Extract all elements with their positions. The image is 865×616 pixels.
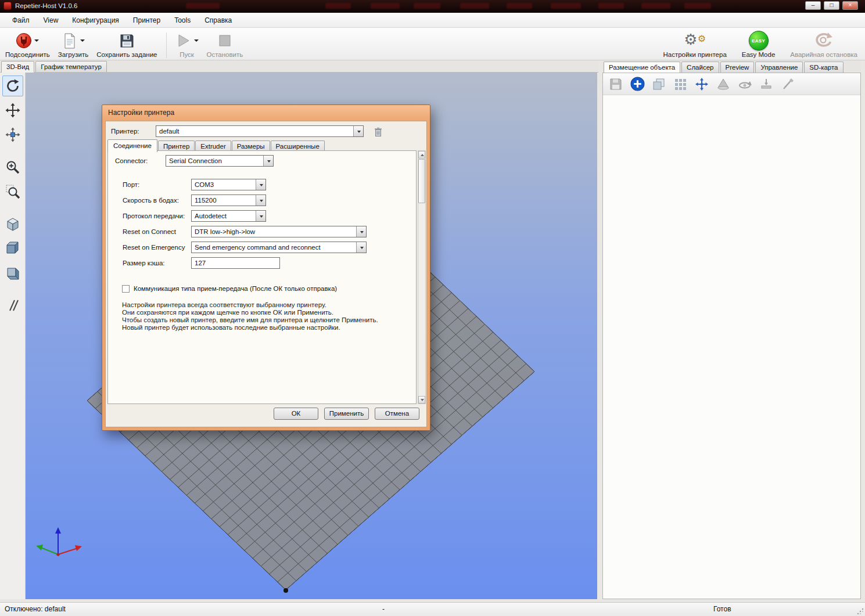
baud-label: Скорость в бодах:: [123, 197, 179, 204]
connect-dropdown-icon[interactable]: [34, 39, 39, 44]
taskbar-artifact: [460, 3, 489, 9]
dialog-scrollbar[interactable]: [418, 150, 426, 404]
connector-combo[interactable]: Serial Connection: [166, 155, 274, 167]
delete-printer-button[interactable]: [372, 125, 385, 138]
iso-cube-icon: [5, 216, 21, 232]
minimize-button[interactable]: –: [805, 1, 821, 10]
right-panel: Размещение объекта Слайсер Preview Управ…: [602, 60, 861, 599]
copy-object-icon[interactable]: [651, 76, 667, 92]
stop-button[interactable]: Остановить: [204, 30, 246, 59]
cache-size-input[interactable]: 127: [191, 257, 280, 269]
menu-printer[interactable]: Принтер: [127, 14, 167, 27]
emergency-stop-button[interactable]: Аварийная остановка: [787, 30, 860, 59]
window-controls: – □ ×: [805, 1, 858, 10]
load-dropdown-icon[interactable]: [80, 39, 85, 44]
scale-object-icon[interactable]: [715, 76, 731, 92]
save-job-button[interactable]: Сохранить задание: [94, 30, 160, 59]
play-icon: [175, 33, 192, 49]
ready-status: Готов: [713, 605, 731, 613]
tab-sd-card[interactable]: SD-карта: [804, 62, 843, 73]
iso-view-button[interactable]: [2, 214, 23, 235]
rotate-view-icon: [5, 78, 21, 94]
menu-view[interactable]: View: [37, 14, 65, 27]
trash-icon: [374, 127, 382, 137]
bed-origin-dot: [283, 588, 288, 593]
cache-size-label: Размер кэша:: [123, 260, 165, 266]
top-view-button[interactable]: [2, 262, 23, 283]
title-bar: Repetier-Host V1.0.6 – □ ×: [0, 0, 865, 13]
cancel-button[interactable]: Отмена: [375, 408, 419, 420]
view-tool-column: [0, 73, 26, 599]
floppy-icon: [119, 33, 135, 49]
connector-label: Connector:: [115, 157, 148, 164]
start-dropdown-icon[interactable]: [194, 39, 199, 44]
zoom-region-button[interactable]: [2, 181, 23, 202]
menu-file[interactable]: Файл: [6, 14, 36, 27]
taskbar-artifact: [186, 3, 220, 9]
ping-pong-label: Коммуникация типа прием-передача (После …: [134, 285, 337, 292]
connection-tab-panel: Connector: Serial Connection Порт: COM3 …: [107, 150, 417, 404]
taskbar-artifact: [641, 3, 670, 9]
protocol-label: Протокол передачи:: [123, 212, 185, 219]
port-combo[interactable]: COM3: [191, 179, 266, 190]
center-object-icon[interactable]: [694, 76, 710, 92]
emergency-stop-icon: [813, 33, 834, 49]
port-label: Порт:: [123, 181, 139, 188]
load-button[interactable]: Загрузить: [55, 30, 92, 59]
protocol-combo[interactable]: Autodetect: [191, 210, 266, 222]
menu-bar: Файл View Конфигурация Принтер Tools Спр…: [0, 13, 865, 28]
viewport-tab-strip: 3D-Вид График температур: [0, 60, 598, 73]
ping-pong-checkbox[interactable]: [122, 285, 130, 293]
printer-combo[interactable]: default: [156, 125, 364, 137]
measure-icon[interactable]: [780, 76, 796, 92]
taskbar-artifact: [551, 3, 581, 9]
tab-preview[interactable]: Preview: [720, 62, 755, 73]
rotate-object-icon[interactable]: [737, 76, 753, 92]
move-object-icon: [5, 127, 20, 142]
reset-on-emergency-combo[interactable]: Send emergency command and reconnect: [191, 242, 367, 253]
tab-connection[interactable]: Соединение: [107, 139, 157, 152]
printer-settings-button[interactable]: ⚙⚙ Настройки принтера: [660, 30, 729, 59]
stop-icon: [217, 33, 233, 49]
toolbar-separator: [166, 33, 167, 58]
baud-combo[interactable]: 115200: [191, 194, 266, 206]
zoom-in-button[interactable]: [2, 157, 23, 178]
scroll-up-icon[interactable]: [418, 151, 425, 158]
easy-mode-icon: EASY: [749, 31, 769, 51]
app-icon: [3, 2, 12, 10]
apply-button[interactable]: Применить: [324, 408, 369, 420]
lay-flat-icon[interactable]: [758, 76, 774, 92]
taskbar-artifact: [371, 3, 400, 9]
easy-mode-button[interactable]: EASY Easy Mode: [739, 30, 778, 59]
tab-slicer[interactable]: Слайсер: [681, 62, 719, 73]
zoom-region-icon: [5, 184, 20, 199]
move-view-button[interactable]: [2, 100, 23, 121]
menu-config[interactable]: Конфигурация: [66, 14, 125, 27]
front-view-button[interactable]: [2, 238, 23, 259]
autoposition-icon[interactable]: [672, 76, 688, 92]
printer-settings-dialog: Настройки принтера Принтер: default Соед…: [102, 105, 430, 431]
connect-button[interactable]: Подсоединить: [2, 30, 53, 59]
parallel-projection-button[interactable]: [2, 295, 23, 316]
add-object-icon[interactable]: [629, 76, 645, 92]
tab-object-placement[interactable]: Размещение объекта: [604, 62, 680, 73]
maximize-button[interactable]: □: [824, 1, 839, 10]
tab-3d-view[interactable]: 3D-Вид: [1, 61, 34, 73]
scroll-down-icon[interactable]: [418, 396, 425, 404]
ok-button[interactable]: ОК: [274, 408, 318, 420]
reset-on-connect-combo[interactable]: DTR low->high->low: [191, 226, 367, 237]
close-button[interactable]: ×: [842, 1, 858, 10]
tab-control[interactable]: Управление: [755, 62, 803, 73]
object-list-area: [603, 96, 860, 599]
tab-temp-graph[interactable]: График температур: [35, 61, 107, 72]
resize-grip[interactable]: [856, 607, 864, 615]
save-object-icon[interactable]: [608, 76, 624, 92]
menu-tools[interactable]: Tools: [168, 14, 197, 27]
rotate-view-button[interactable]: [2, 75, 23, 96]
start-button[interactable]: Пуск: [173, 30, 202, 59]
taskbar-artifact: [414, 3, 440, 9]
menu-help[interactable]: Справка: [198, 14, 238, 27]
scrollbar-thumb[interactable]: [418, 159, 425, 203]
taskbar-artifact: [325, 3, 351, 9]
move-object-button[interactable]: [2, 124, 23, 145]
